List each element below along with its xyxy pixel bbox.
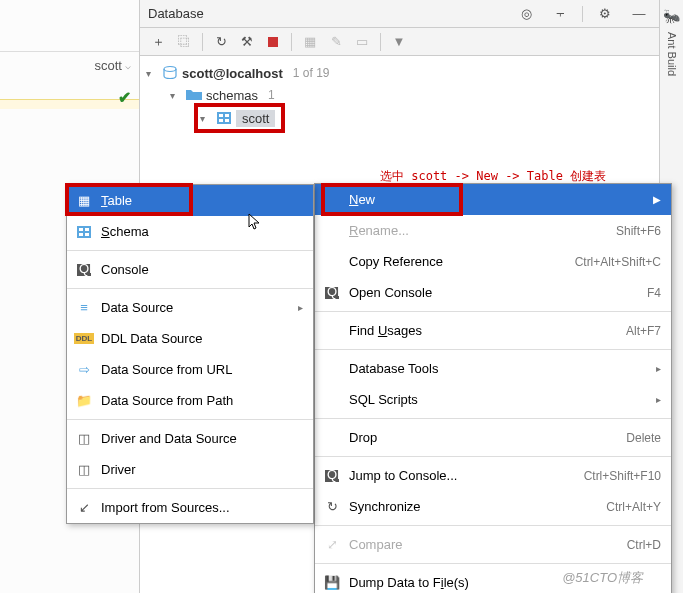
- menu-open-console[interactable]: QL Open Console F4: [315, 277, 671, 308]
- url-icon: ⇨: [75, 362, 93, 377]
- menu-new-schema[interactable]: Schema: [67, 216, 313, 247]
- menu-synchronize[interactable]: ↻ Synchronize Ctrl+Alt+Y: [315, 491, 671, 522]
- stop-button[interactable]: [261, 30, 285, 54]
- panel-title: Database: [148, 6, 204, 21]
- menu-new-driver[interactable]: ◫ Driver: [67, 454, 313, 485]
- context-menu-main: New ▶ Rename... Shift+F6 Copy Reference …: [314, 183, 672, 593]
- refresh-button[interactable]: ↻: [209, 30, 233, 54]
- database-icon: ≡: [75, 300, 93, 315]
- svg-rect-5: [225, 119, 229, 122]
- toolbar: ＋ ⿻ ↻ ⚒ ▦ ✎ ▭ ▼: [140, 28, 659, 56]
- menu-copy-reference[interactable]: Copy Reference Ctrl+Alt+Shift+C: [315, 246, 671, 277]
- menu-new-datasource[interactable]: ≡ Data Source ▸: [67, 292, 313, 323]
- console-icon: QL: [323, 470, 341, 482]
- svg-rect-14: [85, 233, 89, 236]
- driver-icon: ◫: [75, 462, 93, 477]
- svg-rect-13: [79, 233, 83, 236]
- target-icon[interactable]: ◎: [514, 2, 538, 26]
- chevron-right-icon[interactable]: ▾: [200, 113, 212, 124]
- collapse-icon[interactable]: ⫟: [548, 2, 572, 26]
- tree-root[interactable]: ▾ scott@localhost 1 of 19: [142, 62, 657, 84]
- driver-ds-icon: ◫: [75, 431, 93, 446]
- svg-text:QL: QL: [327, 287, 339, 299]
- menu-database-tools[interactable]: Database Tools ▸: [315, 353, 671, 384]
- import-icon: ↙: [75, 500, 93, 515]
- context-menu-new: ▦ Table Schema QL Console ≡ Data Source …: [66, 184, 314, 524]
- copy-button[interactable]: ⿻: [172, 30, 196, 54]
- folder-icon: 📁: [75, 393, 93, 408]
- svg-text:QL: QL: [327, 470, 339, 482]
- table-icon: ▦: [75, 193, 93, 208]
- svg-rect-2: [219, 114, 223, 117]
- folder-icon: [186, 89, 202, 101]
- check-icon: ✔: [118, 88, 131, 107]
- chevron-right-icon: ▶: [653, 194, 661, 205]
- schema-icon: [75, 226, 93, 238]
- menu-new-table[interactable]: ▦ Table: [67, 185, 313, 216]
- sync-icon: ↻: [323, 499, 341, 514]
- save-icon: 💾: [323, 575, 341, 590]
- gear-icon[interactable]: ⚙: [593, 2, 617, 26]
- sync-button[interactable]: ⚒: [235, 30, 259, 54]
- add-button[interactable]: ＋: [146, 30, 170, 54]
- menu-new[interactable]: New ▶: [315, 184, 671, 215]
- svg-rect-12: [85, 228, 89, 231]
- svg-point-0: [164, 67, 176, 72]
- edit-button[interactable]: ✎: [324, 30, 348, 54]
- scott-branch-label[interactable]: scott ⌵: [0, 52, 139, 79]
- menu-jump-console[interactable]: QL Jump to Console... Ctrl+Shift+F10: [315, 460, 671, 491]
- chevron-right-icon: ▸: [656, 363, 661, 374]
- ddl-icon: DDL: [75, 333, 93, 344]
- svg-rect-10: [77, 226, 91, 238]
- console-button[interactable]: ▭: [350, 30, 374, 54]
- menu-compare[interactable]: ⤢ Compare Ctrl+D: [315, 529, 671, 560]
- minimize-icon[interactable]: —: [627, 2, 651, 26]
- svg-rect-1: [217, 112, 231, 124]
- menu-drop[interactable]: Drop Delete: [315, 422, 671, 453]
- menu-new-console[interactable]: QL Console: [67, 254, 313, 285]
- table-button[interactable]: ▦: [298, 30, 322, 54]
- menu-new-driver-ds[interactable]: ◫ Driver and Data Source: [67, 423, 313, 454]
- menu-import-sources[interactable]: ↙ Import from Sources...: [67, 492, 313, 523]
- database-icon: [162, 65, 178, 81]
- svg-rect-4: [219, 119, 223, 122]
- compare-icon: ⤢: [323, 537, 341, 552]
- menu-new-datasource-path[interactable]: 📁 Data Source from Path: [67, 385, 313, 416]
- svg-rect-11: [79, 228, 83, 231]
- tree-scott[interactable]: ▾ scott: [194, 106, 657, 130]
- chevron-right-icon: ▸: [656, 394, 661, 405]
- cursor-icon: [248, 213, 262, 231]
- schema-icon: [216, 112, 232, 124]
- menu-new-ddl-datasource[interactable]: DDL DDL Data Source: [67, 323, 313, 354]
- ant-build-label[interactable]: Ant Build: [666, 32, 678, 76]
- menu-rename[interactable]: Rename... Shift+F6: [315, 215, 671, 246]
- menu-sql-scripts[interactable]: SQL Scripts ▸: [315, 384, 671, 415]
- svg-text:QL: QL: [79, 264, 91, 276]
- console-icon: QL: [323, 287, 341, 299]
- svg-rect-3: [225, 114, 229, 117]
- watermark: @51CTO博客: [562, 569, 643, 587]
- panel-header: Database ◎ ⫟ ⚙ —: [140, 0, 659, 28]
- chevron-down-icon: ⌵: [125, 60, 131, 71]
- filter-button[interactable]: ▼: [387, 30, 411, 54]
- chevron-down-icon[interactable]: ▾: [146, 68, 158, 79]
- menu-find-usages[interactable]: Find Usages Alt+F7: [315, 315, 671, 346]
- console-icon: QL: [75, 264, 93, 276]
- chevron-down-icon[interactable]: ▾: [170, 90, 182, 101]
- chevron-right-icon: ▸: [298, 302, 303, 313]
- menu-new-datasource-url[interactable]: ⇨ Data Source from URL: [67, 354, 313, 385]
- ant-icon[interactable]: 🐜: [663, 8, 680, 24]
